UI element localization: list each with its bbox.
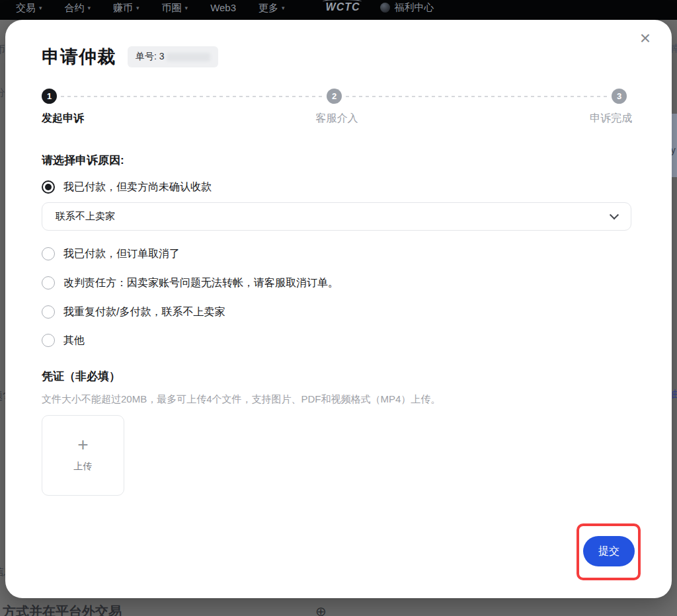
chevron-down-icon [610,210,619,219]
step-1-label: 发起申诉 [42,112,84,126]
evidence-section-title: 凭证（非必填） [42,369,120,384]
nav-item-earn[interactable]: 赚币 ▾ [113,1,139,15]
appeal-reason-option-4[interactable]: 其他 [42,332,85,349]
welfare-label: 福利中心 [395,1,434,14]
nav-item-more[interactable]: 更多 ▾ [259,1,285,15]
radio-icon[interactable] [42,276,55,289]
chevron-down-icon: ▾ [88,1,91,15]
modal-header: 申请仲裁 单号: 3 [42,45,218,69]
step-2-dot: 2 [327,89,342,104]
nav-item-futures[interactable]: 合约 ▾ [65,1,91,15]
submit-button[interactable]: 提交 [583,536,635,566]
arbitration-modal: × 申请仲裁 单号: 3 1 2 3 发起申诉 客服介入 申诉完成 请选择申诉原… [5,20,672,598]
bg-bottom-text: 方式并在平台外交易 [3,603,122,616]
order-number-badge: 单号: 3 [128,46,218,67]
upload-button[interactable]: + 上传 [42,415,124,496]
stepper-labels: 发起申诉 客服介入 申诉完成 [42,112,632,126]
nav-item-circle[interactable]: 币圈 ▾ [162,1,188,15]
appeal-reason-label: 改判责任方：因卖家账号问题无法转帐，请客服取消订单。 [63,276,338,290]
radio-selected-icon[interactable] [42,180,55,194]
nav-item-web3[interactable]: Web3 [210,1,236,15]
nav-item-label: 交易 [16,1,36,15]
bg-fragment: 分 [0,87,5,99]
step-connector [61,96,323,97]
nav-item-label: 赚币 [113,1,133,15]
evidence-hint: 文件大小不能超过20MB，最多可上传4个文件，支持图片、PDF和视频格式（MP4… [42,393,440,406]
appeal-reason-option-2[interactable]: 改判责任方：因卖家账号问题无法转帐，请客服取消订单。 [42,274,338,291]
appeal-reason-label: 我已付款，但订单取消了 [63,247,180,261]
appeal-reason-option-0[interactable]: 我已付款，但卖方尚未确认收款 [42,178,212,196]
sub-reason-value: 联系不上卖家 [56,210,611,223]
radio-icon[interactable] [42,305,55,319]
step-3-label: 申诉完成 [590,112,632,126]
step-1-dot: 1 [42,89,57,104]
nav-item-label: 合约 [65,1,85,15]
nav-item-trade[interactable]: 交易 ▾ [16,1,42,15]
nav-item-label: Web3 [210,1,236,15]
appeal-reason-label: 其他 [63,334,85,348]
appeal-reason-label: 我已付款，但卖方尚未确认收款 [63,180,212,194]
appeal-reason-label: 我重复付款/多付款，联系不上卖家 [63,305,225,319]
order-number-label: 单号: 3 [136,51,165,63]
wctc-logo[interactable]: WCTC [326,1,360,13]
plus-circle-icon: ⊕ [315,603,327,616]
gift-icon [380,3,390,13]
sub-reason-select[interactable]: 联系不上卖家 [42,202,631,231]
chevron-down-icon: ▾ [136,1,139,15]
chevron-down-icon: ▾ [39,1,42,15]
upload-label: 上传 [74,461,93,473]
step-connector [346,96,608,97]
reason-section-title: 请选择申诉原因: [42,153,124,168]
step-3-dot: 3 [612,89,627,104]
chevron-down-icon: ▾ [185,1,188,15]
chevron-down-icon: ▾ [282,1,285,15]
bg-fragment: 币 [0,44,5,56]
radio-icon[interactable] [42,247,55,260]
order-number-redacted [167,53,210,61]
top-navigation: 交易 ▾ 合约 ▾ 赚币 ▾ 币圈 ▾ Web3 更多 ▾ WCTC 福利中心 [0,0,677,20]
close-icon[interactable]: × [640,29,651,48]
nav-item-label: 币圈 [162,1,182,15]
appeal-reason-option-1[interactable]: 我已付款，但订单取消了 [42,245,180,262]
radio-icon[interactable] [42,334,55,347]
page-title: 申请仲裁 [42,45,116,69]
stepper: 1 2 3 [42,89,627,104]
plus-icon: + [77,436,88,454]
appeal-reason-option-3[interactable]: 我重复付款/多付款，联系不上卖家 [42,303,225,321]
nav-item-label: 更多 [259,1,278,15]
nav-item-welfare-center[interactable]: 福利中心 [380,1,434,14]
step-2-label: 客服介入 [316,112,358,126]
